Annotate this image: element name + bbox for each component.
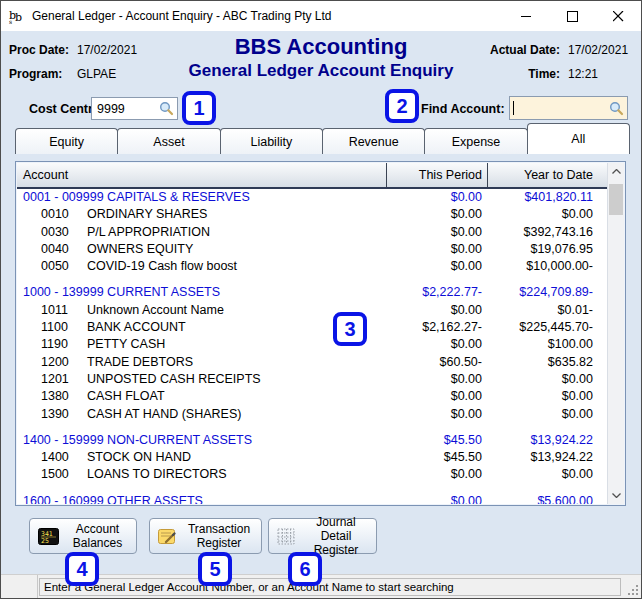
maximize-icon [567,11,578,22]
table-row[interactable]: 1000 - 139999 CURRENT ASSETS$2,222.77-$2… [17,284,607,301]
header: Proc Date: 17/02/2021 Program: GLPAE BBS… [1,31,641,89]
cost-centre-input[interactable]: 9999 [91,97,178,120]
account-name: OWNERS EQUITY [87,242,193,256]
account-name: LOANS TO DIRECTORS [87,467,227,481]
year-to-date-cell: $392,743.16 [487,224,607,241]
this-period-cell: $0.00 [386,302,487,319]
balances-grid-icon: 341 25 [38,528,59,545]
table-body: 0001 - 009999 CAPITALS & RESERVES$0.00$4… [17,189,607,504]
account-name: PETTY CASH [87,337,165,351]
year-to-date-cell: $0.00 [487,388,607,405]
this-period-cell: $0.00 [386,206,487,223]
tab-all[interactable]: All [527,123,630,154]
year-to-date-cell: $19,076.95 [487,241,607,258]
minimize-button[interactable] [503,1,549,31]
table-row[interactable]: 1600 - 160999 OTHER ASSETS$0.00$5,600.00 [17,493,607,504]
this-period-cell: $45.50 [386,432,487,449]
table-row[interactable]: 1380CASH FLOAT$0.00$0.00 [17,388,607,405]
account-code: 1100 [41,319,87,336]
table-row[interactable]: 1400 - 159999 NON-CURRENT ASSETS$45.50$1… [17,432,607,449]
table-row[interactable]: 1200TRADE DEBTORS$60.50-$635.82 [17,354,607,371]
tab-liability[interactable]: Liability [220,128,323,154]
table-row[interactable]: 1011Unknown Account Name$0.00$0.01- [17,302,607,319]
account-cell: 0010ORDINARY SHARES [17,206,386,223]
journal-detail-register-button[interactable]: Journal Detail Register [268,518,377,554]
table-row[interactable]: 1190PETTY CASH$0.00$100.00 [17,336,607,353]
account-code: 1200 [41,354,87,371]
this-period-cell: $0.00 [386,224,487,241]
annotation-box-1: 1 [182,91,216,125]
status-message-box: Enter a General Ledger Account Number, o… [39,578,621,596]
column-header-account[interactable]: Account [17,163,386,187]
account-code: 0010 [41,206,87,223]
scrollbar-thumb[interactable] [609,184,623,215]
account-code: 1500 [41,466,87,483]
maximize-button[interactable] [549,1,595,31]
find-account-input[interactable] [509,96,628,120]
this-period-cell: $60.50- [386,354,487,371]
account-cell: 1400STOCK ON HAND [17,449,386,466]
search-icon[interactable] [609,101,624,116]
chevron-up-icon [612,169,621,174]
year-to-date-cell: $401,820.11 [487,189,607,206]
transaction-register-button[interactable]: Transaction Register [149,518,262,554]
column-header-year-to-date[interactable]: Year to Date [487,163,607,187]
table-row[interactable]: 1400STOCK ON HAND$45.50$13,924.22 [17,449,607,466]
table-row[interactable]: 0010ORDINARY SHARES$0.00$0.00 [17,206,607,223]
account-cell: 1190PETTY CASH [17,336,386,353]
scroll-down-button[interactable] [608,487,624,504]
transaction-register-label: Transaction Register [183,522,261,550]
tab-expense[interactable]: Expense [424,128,527,154]
journal-detail-register-label: Journal Detail Register [302,515,376,557]
text-caret [513,101,514,115]
account-cell: 1000 - 139999 CURRENT ASSETS [17,284,386,301]
account-type-tabs: Equity Asset Liability Revenue Expense A… [15,127,629,154]
search-icon[interactable] [159,101,174,116]
table-row[interactable]: 0040OWNERS EQUITY$0.00$19,076.95 [17,241,607,258]
this-period-cell: $2,162.27- [386,319,487,336]
account-cell: 0050COVID-19 Cash flow boost [17,258,386,275]
tab-asset[interactable]: Asset [117,128,220,154]
account-name: COVID-19 Cash flow boost [87,259,237,273]
account-code: 0040 [41,241,87,258]
table-row[interactable]: 1390CASH AT HAND (SHARES)$0.00$0.00 [17,406,607,423]
table-row[interactable]: 1201UNPOSTED CASH RECEIPTS$0.00$0.00 [17,371,607,388]
close-button[interactable] [595,1,641,31]
account-code: 1201 [41,371,87,388]
annotation-box-5: 5 [198,552,232,586]
svg-text:s: s [9,18,12,25]
year-to-date-cell: $0.00 [487,206,607,223]
table-row[interactable]: 0050COVID-19 Cash flow boost$0.00$10,000… [17,258,607,275]
account-balances-label: Account Balances [65,522,136,550]
this-period-cell: $0.00 [386,336,487,353]
tab-revenue[interactable]: Revenue [322,128,425,154]
year-to-date-cell: $0.00 [487,406,607,423]
year-to-date-cell: $100.00 [487,336,607,353]
table-row[interactable]: 1100BANK ACCOUNT$2,162.27-$225,445.70- [17,319,607,336]
resize-grip-icon[interactable] [627,584,639,596]
title-bar: b b s General Ledger - Account Enquiry -… [1,1,641,31]
year-to-date-cell: $0.00 [487,466,607,483]
account-code: 1400 [41,449,87,466]
this-period-cell: $0.00 [386,388,487,405]
vertical-scrollbar[interactable] [607,163,624,504]
table-row[interactable]: 1500LOANS TO DIRECTORS$0.00$0.00 [17,466,607,483]
account-name: CASH FLOAT [87,389,165,403]
time-value: 12:21 [568,67,634,81]
account-balances-button[interactable]: 341 25 Account Balances [29,518,137,554]
account-name: BANK ACCOUNT [87,320,186,334]
account-code: 0050 [41,258,87,275]
column-header-this-period[interactable]: This Period [386,163,487,187]
this-period-cell: $0.00 [386,466,487,483]
account-cell: 0001 - 009999 CAPITALS & RESERVES [17,189,386,206]
table-row[interactable]: 0001 - 009999 CAPITALS & RESERVES$0.00$4… [17,189,607,206]
year-to-date-cell: $0.01- [487,302,607,319]
minimize-icon [521,11,532,22]
tab-equity[interactable]: Equity [15,128,118,154]
table-row[interactable]: 0030P/L APPROPRIATION$0.00$392,743.16 [17,224,607,241]
close-icon [613,11,624,22]
this-period-cell: $2,222.77- [386,284,487,301]
scroll-up-button[interactable] [608,163,624,180]
year-to-date-cell: $0.00 [487,371,607,388]
account-cell: 1500LOANS TO DIRECTORS [17,466,386,483]
